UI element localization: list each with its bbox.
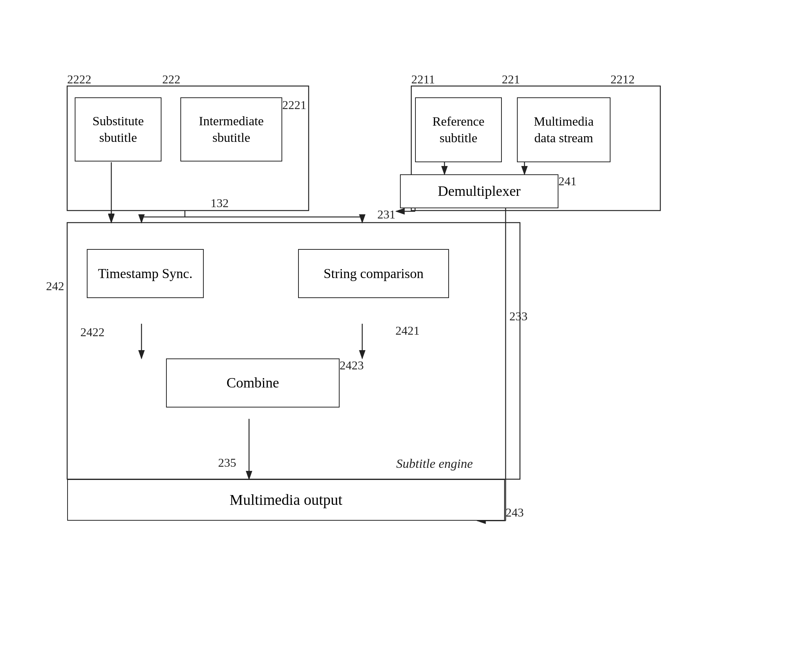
intermediate-subtitle-label: Intermediatesbutitle	[199, 113, 264, 146]
label-2211: 2211	[411, 72, 435, 86]
label-221: 221	[502, 72, 520, 86]
reference-subtitle-label: Referencesubtitle	[432, 113, 484, 147]
multimedia-output-label: Multimedia output	[230, 490, 343, 510]
timestamp-sync-label: Timestamp Sync.	[98, 265, 193, 283]
label-233: 233	[509, 309, 527, 323]
label-222: 222	[162, 72, 180, 86]
multimedia-data-stream-label: Multimediadata stream	[534, 113, 594, 147]
diagram: Substitutesbutitle Intermediatesbutitle …	[0, 0, 812, 672]
label-235: 235	[218, 456, 236, 470]
label-132: 132	[211, 196, 229, 210]
label-2222: 2222	[67, 72, 91, 86]
string-comparison-label: String comparison	[324, 265, 424, 283]
label-2212: 2212	[611, 72, 635, 86]
demultiplexer-box: Demultiplexer	[400, 174, 558, 208]
substitute-subtitle-box: Substitutesbutitle	[75, 97, 162, 162]
subtitle-engine-label: Subtitle engine	[396, 457, 473, 471]
demultiplexer-label: Demultiplexer	[438, 182, 520, 200]
combine-label: Combine	[227, 374, 279, 392]
multimedia-output-box: Multimedia output	[67, 479, 505, 521]
string-comparison-box: String comparison	[298, 249, 449, 298]
timestamp-sync-box: Timestamp Sync.	[87, 249, 204, 298]
substitute-subtitle-label: Substitutesbutitle	[92, 113, 144, 146]
label-231: 231	[377, 208, 396, 222]
label-2423: 2423	[339, 358, 364, 372]
reference-subtitle-box: Referencesubtitle	[415, 97, 502, 162]
label-243: 243	[506, 506, 524, 520]
intermediate-subtitle-box: Intermediatesbutitle	[180, 97, 282, 162]
multimedia-data-stream-box: Multimediadata stream	[517, 97, 611, 162]
label-2421: 2421	[396, 324, 420, 338]
label-242: 242	[46, 279, 64, 293]
label-2221: 2221	[282, 98, 306, 112]
label-2422: 2422	[80, 325, 104, 339]
label-241: 241	[558, 174, 577, 188]
combine-box: Combine	[166, 358, 339, 408]
